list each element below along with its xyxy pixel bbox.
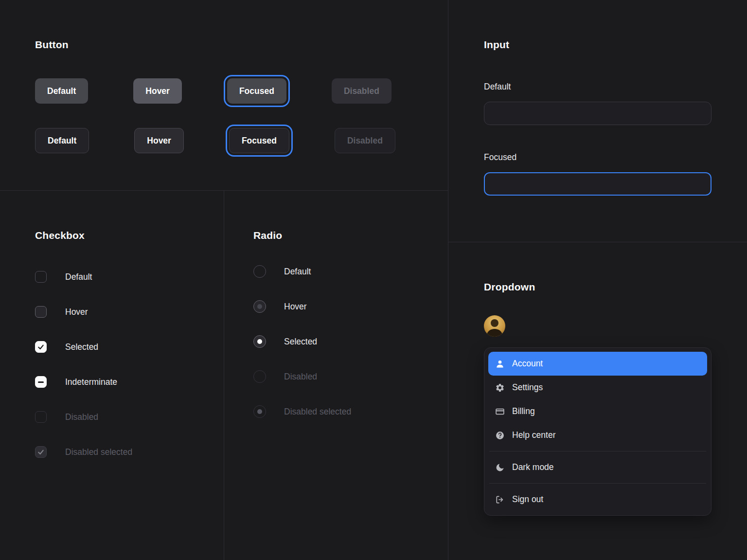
menu-item-settings[interactable]: Settings [488, 376, 707, 399]
radio-row-default: Default [253, 265, 351, 278]
checkbox-hover[interactable] [35, 306, 47, 318]
checkbox-row-selected: Selected [35, 341, 132, 353]
radio-section: Radio Default Hover Selected Disabled Di… [253, 230, 351, 440]
button-outline-hover[interactable]: Hover [134, 128, 184, 153]
dropdown-section: Dropdown Account Settings Billing [484, 281, 711, 516]
button-row-solid: Default Hover Focused Disabled [35, 78, 395, 104]
button-outline-focused[interactable]: Focused [229, 128, 289, 153]
button-solid-hover[interactable]: Hover [133, 78, 182, 104]
input-section: Input Default Focused [484, 39, 711, 196]
checkbox-default-label: Default [65, 272, 92, 282]
radio-disabled-label: Disabled [284, 372, 317, 382]
radio-disabled-selected-label: Disabled selected [284, 407, 351, 417]
section-title-button: Button [35, 39, 395, 51]
user-icon [495, 359, 505, 369]
radio-selected-label: Selected [284, 337, 317, 347]
button-section: Button Default Hover Focused Disabled De… [35, 39, 395, 153]
radio-row-selected: Selected [253, 335, 351, 348]
button-solid-disabled: Disabled [332, 78, 391, 104]
menu-divider [489, 451, 706, 452]
section-title-checkbox: Checkbox [35, 230, 132, 241]
checkbox-section: Checkbox Default Hover Selected Indeterm… [35, 230, 132, 481]
checkbox-selected[interactable] [35, 341, 47, 353]
checkbox-row-disabled: Disabled [35, 411, 132, 423]
input-focused[interactable] [484, 172, 711, 196]
radio-row-disabled-selected: Disabled selected [253, 405, 351, 418]
avatar-silhouette-icon [484, 315, 505, 337]
checkbox-disabled-selected-label: Disabled selected [65, 447, 132, 457]
button-solid-default[interactable]: Default [35, 78, 88, 104]
checkbox-row-indeterminate: Indeterminate [35, 376, 132, 388]
menu-item-label: Billing [512, 406, 535, 416]
menu-divider [489, 483, 706, 484]
menu-item-label: Help center [512, 430, 556, 440]
radio-dot [257, 339, 262, 344]
button-outline-default[interactable]: Default [35, 128, 89, 153]
radio-default-label: Default [284, 267, 311, 277]
checkbox-disabled [35, 411, 47, 423]
radio-disabled [253, 370, 266, 383]
check-icon [37, 448, 45, 456]
checkbox-row-disabled-selected: Disabled selected [35, 446, 132, 458]
gear-icon [495, 383, 505, 393]
menu-item-label: Account [512, 359, 543, 369]
checkbox-indeterminate-label: Indeterminate [65, 377, 117, 387]
menu-item-label: Sign out [512, 494, 543, 505]
checkbox-disabled-selected [35, 446, 47, 458]
section-title-radio: Radio [253, 230, 351, 241]
divider-horizontal-right [448, 242, 747, 242]
radio-selected[interactable] [253, 335, 266, 348]
checkbox-default[interactable] [35, 271, 47, 283]
checkbox-row-default: Default [35, 271, 132, 283]
radio-disabled-selected [253, 405, 266, 418]
radio-hover[interactable] [253, 300, 266, 313]
radio-hover-label: Hover [284, 302, 307, 312]
radio-row-disabled: Disabled [253, 370, 351, 383]
help-circle-icon [495, 431, 505, 440]
menu-item-label: Settings [512, 382, 543, 393]
avatar[interactable] [484, 315, 505, 337]
button-solid-focused[interactable]: Focused [227, 78, 286, 104]
radio-dot [257, 304, 262, 309]
moon-icon [495, 463, 505, 472]
button-outline-disabled: Disabled [335, 128, 395, 153]
sign-out-icon [495, 495, 505, 505]
menu-item-dark-mode[interactable]: Dark mode [488, 455, 707, 479]
radio-dot [257, 409, 262, 414]
checkbox-indeterminate[interactable] [35, 376, 47, 388]
menu-item-label: Dark mode [512, 462, 554, 472]
input-default[interactable] [484, 102, 711, 125]
menu-item-sign-out[interactable]: Sign out [488, 488, 707, 511]
credit-card-icon [495, 407, 505, 416]
dropdown-menu: Account Settings Billing Help center [484, 347, 711, 516]
button-row-outline: Default Hover Focused Disabled [35, 128, 395, 153]
divider-vertical-main [448, 0, 448, 560]
radio-row-hover: Hover [253, 300, 351, 313]
radio-default[interactable] [253, 265, 266, 278]
check-icon [37, 343, 45, 351]
divider-vertical-left [224, 190, 224, 560]
input-default-label: Default [484, 82, 711, 92]
menu-item-account[interactable]: Account [488, 352, 707, 376]
checkbox-row-hover: Hover [35, 306, 132, 318]
checkbox-selected-label: Selected [65, 342, 98, 352]
checkbox-disabled-label: Disabled [65, 412, 98, 422]
section-title-input: Input [484, 39, 711, 51]
checkbox-hover-label: Hover [65, 307, 88, 317]
menu-item-help-center[interactable]: Help center [488, 423, 707, 447]
input-focused-label: Focused [484, 152, 711, 163]
section-title-dropdown: Dropdown [484, 281, 711, 293]
menu-item-billing[interactable]: Billing [488, 399, 707, 423]
indeterminate-dash-icon [38, 381, 44, 383]
